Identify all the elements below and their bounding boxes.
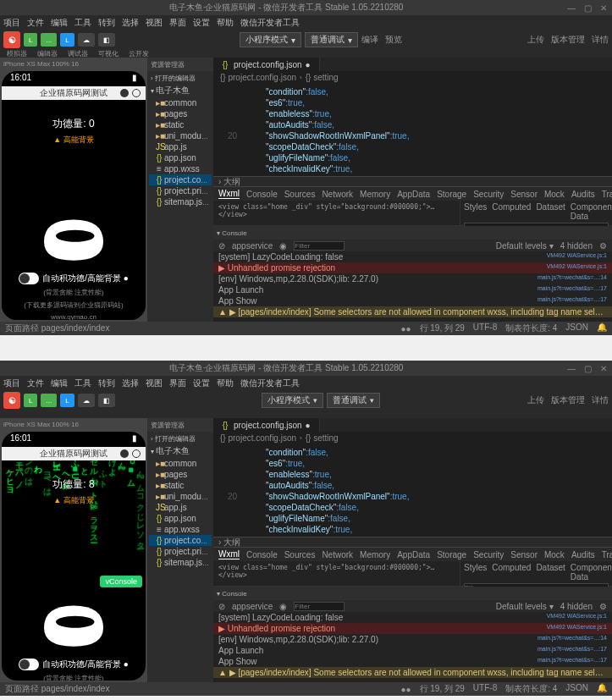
ide-window-top: 电子木鱼·企业猫原码网 - 微信开发者工具 Stable 1.05.221028… (0, 0, 612, 335)
close-icon[interactable]: ✕ (600, 364, 607, 373)
devtab[interactable]: Security (473, 190, 504, 199)
version-button[interactable]: 版本管理 (551, 34, 585, 46)
devtab[interactable]: Audits (571, 190, 595, 199)
warning-text: ▲ 高能背景 (53, 135, 93, 146)
cursor-pos[interactable]: 行 19, 列 29 (420, 322, 465, 334)
switch-label: 自动积功德/高能背景 ● (42, 273, 129, 284)
lang[interactable]: JSON (565, 322, 588, 334)
battery-icon: ▮ (132, 73, 137, 82)
toolbar-btn[interactable]: L (60, 33, 74, 47)
menu-item[interactable]: 选择 (122, 17, 139, 29)
phone-frame: 16:01▮ 企业猫原码网测试 功德量: 0 ▲ 高能背景 自动积功德/高能背景… (2, 71, 146, 320)
close-app-icon[interactable] (132, 89, 141, 97)
devtab-wxml[interactable]: Wxml (218, 189, 240, 199)
outline-bar[interactable]: › 大纲 (213, 176, 612, 186)
gongde-counter: 功德量: 0 (52, 117, 94, 131)
devtab[interactable]: Trace (602, 190, 612, 199)
vconsole-button[interactable]: vConsole (100, 576, 142, 587)
tree-file[interactable]: JSapp.js (149, 141, 212, 152)
compile-button[interactable]: 编译 (361, 34, 378, 46)
devtab[interactable]: Sources (284, 190, 316, 199)
app-body[interactable]: 功德量: 0 ▲ 高能背景 自动积功德/高能背景 ● (背景贪能 注意性能) (… (2, 100, 146, 320)
app-logo-icon: ☯ (3, 392, 20, 409)
tree-file[interactable]: {}app.json (149, 152, 212, 163)
code-editor[interactable]: "condition":false,"es6":true,"enableless… (213, 444, 612, 537)
tree-file-selected[interactable]: {}project.config.json (149, 174, 212, 185)
close-icon[interactable]: ✕ (600, 3, 607, 13)
menu-item[interactable]: 设置 (193, 17, 210, 29)
notch (48, 71, 99, 83)
preview-button[interactable]: 预览 (385, 34, 402, 46)
gear-icon[interactable]: ⚙ (599, 241, 607, 251)
eye-icon[interactable]: ◉ (279, 241, 287, 251)
menu-item[interactable]: 界面 (169, 17, 186, 29)
tree-root[interactable]: ▾ 电子木鱼 (149, 84, 212, 97)
devtab[interactable]: Console (246, 190, 278, 199)
console-filter[interactable] (294, 241, 345, 251)
menu-item[interactable]: 项目 (3, 17, 20, 29)
devtab[interactable]: AppData (397, 190, 430, 199)
menu-item[interactable]: 转到 (98, 17, 115, 29)
minimize-icon[interactable]: — (567, 3, 576, 13)
muyu-icon[interactable] (36, 205, 112, 264)
details-button[interactable]: 详情 (592, 34, 609, 46)
toolbar-btn[interactable]: ... (41, 33, 57, 47)
tree-file[interactable]: {}sitemap.json (149, 196, 212, 207)
menu-item[interactable]: 编辑 (51, 17, 68, 29)
page-path[interactable]: 页面路径 pages/index/index (5, 322, 109, 334)
devtab[interactable]: Memory (360, 190, 390, 199)
code-editor[interactable]: "condition":false,"es6":true,"enableless… (213, 83, 612, 176)
console-panel: ▾ Console ⊘ appservice ◉ Default levels … (213, 226, 612, 322)
bell-icon[interactable]: 🔔 (597, 322, 607, 334)
tree-folder[interactable]: ▸■common (149, 97, 212, 108)
device-dropdown[interactable]: 普通调试▾ (305, 32, 358, 47)
levels-dropdown[interactable]: Default levels ▾ (496, 241, 554, 251)
toolbar-btn-cloud[interactable]: ☁ (78, 33, 95, 47)
devtab[interactable]: Sensor (510, 190, 538, 199)
menu-item[interactable]: 帮助 (217, 17, 234, 29)
tree-folder[interactable]: ▸■uni_modules (149, 130, 212, 141)
more-icon[interactable] (120, 89, 129, 97)
titlebar: 电子木鱼·企业猫原码网 - 微信开发者工具 Stable 1.05.221028… (0, 0, 612, 15)
tree-file[interactable]: {}project.private.config.j... (149, 185, 212, 196)
computed-tab[interactable]: Computed (492, 202, 531, 221)
menu-item[interactable]: 工具 (74, 17, 91, 29)
styles-tab[interactable]: Styles (464, 202, 487, 221)
toolbar-btn-layout[interactable]: ◧ (98, 33, 115, 47)
breadcrumb[interactable]: {} project.config.json › {} setting (213, 71, 612, 83)
editor-tab[interactable]: {}project.config.json ● (213, 58, 320, 71)
mode-dropdown[interactable]: 小程序模式▾ (240, 32, 301, 47)
devtools-tabs: Wxml Console Sources Network Memory AppD… (213, 187, 612, 201)
devtab[interactable]: Storage (437, 190, 466, 199)
maximize-icon[interactable]: ▢ (584, 364, 592, 373)
clear-icon[interactable]: ⊘ (218, 241, 225, 251)
toolbar-btn[interactable]: L (24, 33, 37, 47)
ide-window-bottom: 电子木鱼·企业猫原码网 - 微信开发者工具 Stable 1.05.221028… (0, 361, 612, 696)
tree-folder[interactable]: ▸■static (149, 119, 212, 130)
tree-folder[interactable]: ▸■pages (149, 108, 212, 119)
sim-header[interactable]: iPhone XS Max 100% 16 (0, 58, 147, 69)
tree-file[interactable]: ≡app.wxss (149, 163, 212, 174)
wxml-source[interactable]: <view class="home _div" style="backgroun… (213, 201, 460, 225)
context-dropdown[interactable]: appservice (232, 241, 273, 251)
minimize-icon[interactable]: — (567, 364, 576, 373)
devtab[interactable]: Mock (544, 190, 565, 199)
file-explorer: 资源管理器 › 打开的编辑器 ▾ 电子木鱼 ▸■common ▸■pages ▸… (147, 58, 213, 322)
open-editors[interactable]: › 打开的编辑器 (149, 73, 212, 84)
menu-item[interactable]: 文件 (27, 17, 44, 29)
compdata-tab[interactable]: Component Data (571, 202, 612, 221)
status-pill[interactable]: ●● (400, 324, 411, 333)
maximize-icon[interactable]: ▢ (584, 3, 592, 13)
auto-switch[interactable] (19, 273, 39, 284)
menu-item[interactable]: 微信开发者工具 (240, 17, 300, 29)
indent[interactable]: 制表符长度: 4 (505, 322, 557, 334)
sim-time: 16:01 (10, 73, 31, 82)
toolbar: ☯ L ... L ☁ ◧ 小程序模式▾ 普通调试▾ 编译 预览 上传 版本管理… (0, 30, 612, 49)
devtab[interactable]: Network (322, 190, 353, 199)
muyu-icon[interactable] (36, 591, 112, 650)
menu-item[interactable]: 视图 (146, 17, 163, 29)
dataset-tab[interactable]: Dataset (536, 202, 565, 221)
hidden-count[interactable]: 4 hidden (560, 241, 593, 251)
encoding[interactable]: UTF-8 (473, 322, 497, 334)
upload-button[interactable]: 上传 (527, 34, 544, 46)
